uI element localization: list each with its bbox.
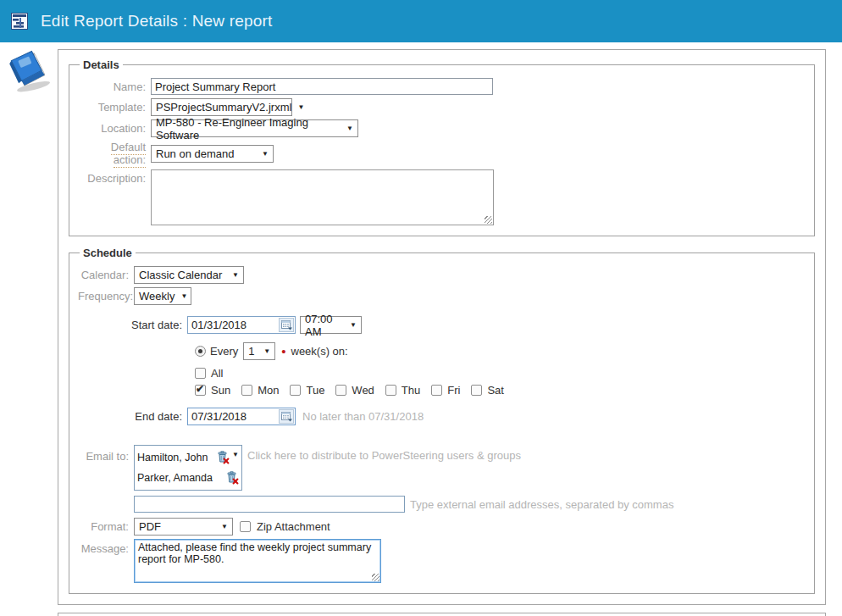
day-checkbox-tue[interactable]: Tue	[290, 384, 324, 397]
end-date-note: No later than 07/31/2018	[302, 410, 424, 423]
day-checkbox-fri[interactable]: Fri	[431, 384, 460, 397]
location-select[interactable]: MP-580 - Re-Engineer Imaging Software ▼	[151, 119, 358, 137]
checkbox-icon[interactable]	[335, 385, 346, 396]
chevron-down-icon[interactable]: ▼	[232, 447, 239, 458]
checkbox-icon[interactable]	[195, 385, 206, 396]
name-label: Name:	[78, 80, 151, 93]
day-checkbox-thu[interactable]: Thu	[385, 384, 420, 397]
details-legend: Details	[80, 58, 123, 71]
checkbox-icon[interactable]	[241, 385, 252, 396]
chevron-down-icon: ▼	[263, 347, 270, 355]
day-label: Fri	[447, 384, 460, 397]
format-label: Format:	[78, 520, 134, 533]
weeks-on-label: week(s) on:	[291, 345, 348, 358]
frequency-label: Frequency:	[78, 290, 134, 302]
action-bar: Save Cancel	[58, 613, 826, 616]
frequency-select[interactable]: Weekly ▼	[134, 287, 191, 305]
zip-attachment-label: Zip Attachment	[257, 520, 330, 533]
start-date-label: Start date:	[130, 319, 187, 331]
external-email-input[interactable]	[134, 496, 405, 513]
default-action-select[interactable]: Run on demand ▼	[151, 145, 274, 163]
end-date-input[interactable]: 07/31/2018	[187, 408, 296, 425]
trash-delete-icon[interactable]	[225, 471, 239, 485]
day-label: Tue	[306, 384, 324, 397]
description-label: Description:	[78, 169, 151, 185]
day-checkbox-mon[interactable]: Mon	[241, 384, 279, 397]
required-marker: •	[281, 347, 285, 356]
every-label: Every	[210, 345, 238, 358]
calendar-picker-icon[interactable]	[279, 318, 294, 332]
email-to-label: Email to:	[78, 445, 134, 463]
checkbox-icon[interactable]	[240, 521, 251, 532]
format-select[interactable]: PDF ▼	[134, 518, 233, 536]
zip-attachment-checkbox[interactable]: Zip Attachment	[240, 520, 330, 533]
start-time-select[interactable]: 07:00 AM ▼	[300, 316, 362, 334]
details-section: Details Name: Template: PSProjectSummary…	[69, 58, 815, 236]
every-count-select[interactable]: 1 ▼	[243, 342, 275, 360]
chevron-down-icon: ▼	[262, 150, 269, 158]
every-week-radio[interactable]	[195, 346, 206, 357]
end-date-label: End date:	[130, 410, 187, 423]
day-label: Mon	[258, 384, 279, 397]
day-checkbox-all[interactable]: All	[195, 367, 223, 380]
chevron-down-icon: ▼	[346, 125, 353, 132]
chevron-down-icon: ▼	[221, 523, 228, 530]
checkbox-icon[interactable]	[290, 385, 301, 396]
title-bar: Edit Report Details : New report	[0, 0, 842, 42]
chevron-down-icon: ▼	[180, 292, 187, 300]
recipient-name: Hamilton, John	[137, 452, 214, 463]
calendar-label: Calendar:	[78, 269, 134, 281]
message-textarea[interactable]: Attached, please find the weekly project…	[134, 539, 381, 583]
checkbox-icon[interactable]	[385, 385, 396, 396]
checkbox-icon[interactable]	[431, 385, 442, 396]
default-action-label: Default action:	[78, 141, 151, 166]
location-label: Location:	[78, 122, 151, 135]
day-label: Wed	[352, 384, 374, 397]
all-label: All	[211, 367, 223, 380]
calendar-select[interactable]: Classic Calendar ▼	[134, 266, 244, 284]
blue-book-icon	[4, 47, 53, 96]
template-label: Template:	[78, 101, 151, 114]
chevron-down-icon: ▼	[232, 271, 239, 279]
day-label: Thu	[402, 384, 420, 397]
external-email-hint: Type external email addresses, separated…	[410, 498, 673, 511]
day-checkbox-sat[interactable]: Sat	[471, 384, 504, 397]
message-label: Message:	[78, 539, 134, 555]
day-checkbox-wed[interactable]: Wed	[335, 384, 374, 397]
checkbox-icon[interactable]	[195, 368, 206, 379]
description-textarea[interactable]	[151, 169, 494, 225]
day-checkbox-sun[interactable]: Sun	[195, 384, 230, 397]
template-select[interactable]: PSProjectSummaryV2.jrxml ▼	[151, 98, 292, 116]
distribute-link[interactable]: Click here to distribute to PowerSteerin…	[247, 445, 521, 462]
day-label: Sat	[487, 384, 504, 397]
recipient-row: Hamilton, John▼	[137, 447, 239, 468]
name-input[interactable]	[151, 78, 493, 95]
calendar-picker-icon[interactable]	[279, 409, 294, 424]
checkbox-icon[interactable]	[471, 385, 482, 396]
page-title: Edit Report Details : New report	[41, 12, 273, 31]
schedule-legend: Schedule	[80, 247, 136, 259]
recipient-name: Parker, Amanda	[137, 472, 224, 484]
recipients-box[interactable]: Hamilton, John▼Parker, Amanda	[134, 445, 242, 491]
chevron-down-icon: ▼	[297, 103, 304, 111]
day-label: Sun	[211, 384, 230, 397]
edit-report-form: Details Name: Template: PSProjectSummary…	[58, 49, 826, 605]
days-row: SunMonTueWedThuFriSat	[195, 384, 806, 397]
start-date-input[interactable]: 01/31/2018	[187, 316, 296, 334]
trash-delete-icon[interactable]	[216, 451, 230, 464]
chevron-down-icon: ▼	[350, 321, 357, 329]
recipient-row: Parker, Amanda	[137, 468, 239, 488]
report-grid-icon	[11, 13, 28, 30]
schedule-section: Schedule Calendar: Classic Calendar ▼ Fr…	[69, 247, 815, 594]
